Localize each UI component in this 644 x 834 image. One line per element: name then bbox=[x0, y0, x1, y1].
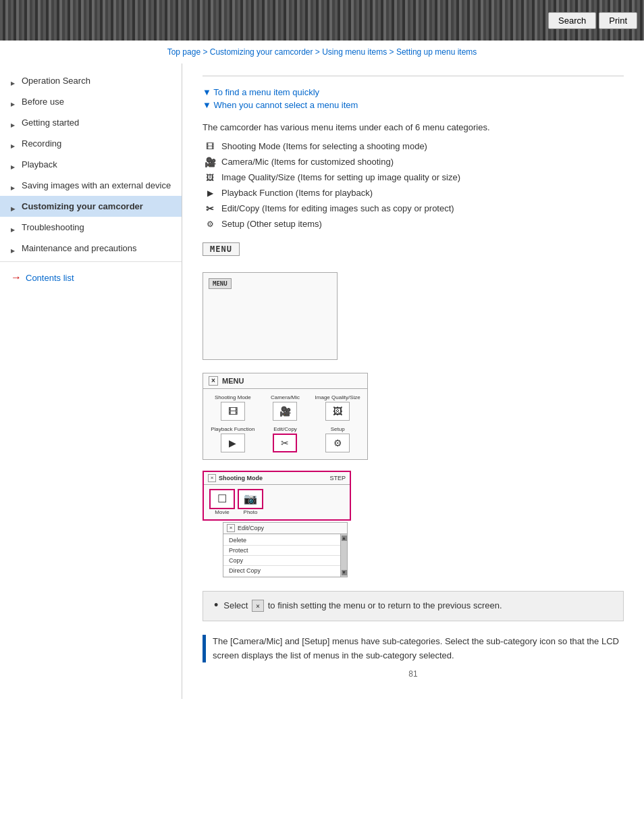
diagram3-close-icon[interactable]: × bbox=[208, 474, 216, 482]
arrow-icon bbox=[11, 140, 18, 147]
menu-item-image-quality: 🖼 Image Quality/Size (Items for setting … bbox=[203, 172, 624, 184]
menu-button-container: MENU bbox=[203, 237, 624, 261]
diagram3-list-item-1: Protect bbox=[223, 546, 340, 556]
diagram3-photo-label: Photo bbox=[244, 509, 258, 515]
diagram2-cell-label-1: Camera/Mic bbox=[271, 394, 300, 400]
playback-icon: ▶ bbox=[203, 187, 217, 199]
diagram2-cell-label-5: Setup bbox=[331, 426, 345, 432]
diagram2-cell-label-0: Shooting Mode bbox=[215, 394, 251, 400]
diagram3-bottom-content: Delete Protect Copy Direct Copy ▲ ▼ bbox=[223, 534, 347, 577]
diagram3-list-item-0: Delete bbox=[223, 536, 340, 546]
diagram3-list-item-3: Direct Copy bbox=[223, 566, 340, 575]
diagram2-cell-label-2: Image Quality/Size bbox=[315, 394, 360, 400]
diagram3-list-item-2: Copy bbox=[223, 556, 340, 566]
sidebar: Operation Search Before use Getting star… bbox=[0, 63, 182, 699]
toc-link-cannot-select[interactable]: When you cannot select a menu item bbox=[203, 100, 624, 110]
diagram3-top-panel: × Shooting Mode STEP ☐ Movie 📷 Photo bbox=[203, 471, 351, 521]
x-button-icon: × bbox=[252, 600, 264, 612]
diagram2-box: × MENU Shooting Mode 🎞 Camera/Mic 🎥 Imag… bbox=[203, 373, 368, 460]
diagram3-container: × Shooting Mode STEP ☐ Movie 📷 Photo bbox=[203, 471, 624, 577]
sidebar-item-getting-started[interactable]: Getting started bbox=[0, 112, 182, 133]
sidebar-label: Saving images with an external device bbox=[22, 180, 171, 190]
diagram2-cell-2: Image Quality/Size 🖼 bbox=[313, 394, 362, 422]
arrow-icon bbox=[11, 77, 18, 84]
diagram3-top-label: Shooting Mode bbox=[219, 475, 263, 481]
sidebar-item-operation-search[interactable]: Operation Search bbox=[0, 70, 182, 91]
menu-item-playback-text: Playback Function (Items for playback) bbox=[221, 188, 373, 198]
diagram3-photo-icon: 📷 bbox=[238, 489, 263, 509]
breadcrumb-setting-up[interactable]: Setting up menu items bbox=[396, 47, 477, 57]
diagram2-icon-5: ⚙ bbox=[325, 434, 350, 452]
sidebar-label: Operation Search bbox=[22, 76, 90, 86]
menu-item-image-text: Image Quality/Size (Items for setting up… bbox=[221, 172, 460, 182]
scroll-up-icon[interactable]: ▲ bbox=[342, 536, 347, 541]
scroll-down-icon[interactable]: ▼ bbox=[342, 570, 347, 575]
top-divider bbox=[203, 76, 624, 76]
sidebar-label: Getting started bbox=[22, 118, 79, 128]
sidebar-divider bbox=[0, 261, 182, 262]
menu-item-editcopy-text: Edit/Copy (Items for editing images such… bbox=[221, 203, 454, 213]
breadcrumb: Top page > Customizing your camcorder > … bbox=[0, 41, 644, 63]
sidebar-label: Playback bbox=[22, 159, 57, 170]
arrow-icon bbox=[11, 182, 18, 188]
sidebar-label: Customizing your camcorder bbox=[22, 201, 143, 211]
print-button[interactable]: Print bbox=[599, 12, 637, 29]
diagram2-cell-3: Playback Function ▶ bbox=[209, 426, 257, 454]
arrow-icon bbox=[11, 161, 18, 167]
toc-link-find[interactable]: To find a menu item quickly bbox=[203, 87, 624, 97]
diagram3-bottom-panel: × Edit/Copy Delete Protect Copy Direct C… bbox=[223, 522, 348, 577]
menu-item-setup: ⚙ Setup (Other setup items) bbox=[203, 218, 624, 230]
contents-list-link[interactable]: Contents list bbox=[0, 265, 182, 290]
menu-item-playback: ▶ Playback Function (Items for playback) bbox=[203, 187, 624, 199]
setup-icon: ⚙ bbox=[203, 218, 217, 230]
sidebar-item-recording[interactable]: Recording bbox=[0, 133, 182, 154]
diagram3-bottom-label: Edit/Copy bbox=[238, 525, 264, 531]
diagram2-cell-label-4: Edit/Copy bbox=[273, 426, 297, 432]
top-bar: Search Print bbox=[0, 0, 644, 41]
diagram2-icon-2: 🖼 bbox=[325, 402, 350, 421]
breadcrumb-top[interactable]: Top page bbox=[167, 47, 200, 57]
menu-item-shooting: 🎞 Shooting Mode (Items for selecting a s… bbox=[203, 140, 624, 153]
arrow-icon bbox=[11, 98, 18, 105]
sidebar-label: Troubleshooting bbox=[22, 222, 84, 232]
diagram2-icon-1: 🎥 bbox=[273, 402, 297, 421]
diagram2-cell-1: Camera/Mic 🎥 bbox=[261, 394, 310, 422]
blue-bar-note: The [Camera/Mic] and [Setup] menus have … bbox=[203, 635, 624, 663]
breadcrumb-customizing[interactable]: Customizing your camcorder bbox=[210, 47, 313, 57]
search-button[interactable]: Search bbox=[548, 12, 596, 29]
diagram3-movie-icon: ☐ bbox=[209, 489, 235, 509]
diagram1-box: MENU bbox=[203, 272, 338, 360]
breadcrumb-using-menu[interactable]: Using menu items bbox=[322, 47, 387, 57]
editcopy-icon: ✂ bbox=[203, 203, 217, 215]
sidebar-label: Maintenance and precautions bbox=[22, 243, 137, 253]
diagram2-cell-5: Setup ⚙ bbox=[313, 426, 362, 454]
menu-item-camera-text: Camera/Mic (Items for customized shootin… bbox=[221, 157, 394, 167]
sidebar-item-before-use[interactable]: Before use bbox=[0, 91, 182, 112]
arrow-icon bbox=[11, 244, 18, 251]
info-box: • Select × to finish setting the menu or… bbox=[203, 591, 624, 621]
diagram2-grid: Shooting Mode 🎞 Camera/Mic 🎥 Image Quali… bbox=[203, 389, 367, 459]
diagram2-cell-4: Edit/Copy ✂ bbox=[261, 426, 310, 454]
diagram3-top-header: × Shooting Mode STEP bbox=[204, 472, 350, 485]
diagram2-cell-0: Shooting Mode 🎞 bbox=[209, 394, 257, 422]
sidebar-item-playback[interactable]: Playback bbox=[0, 154, 182, 175]
diagram1-container: MENU bbox=[203, 272, 624, 362]
diagram3-wrapper: × Shooting Mode STEP ☐ Movie 📷 Photo bbox=[203, 471, 624, 577]
sidebar-label: Recording bbox=[22, 138, 61, 149]
sidebar-item-saving-images[interactable]: Saving images with an external device bbox=[0, 175, 182, 196]
diagram2-close-icon[interactable]: × bbox=[209, 376, 218, 386]
bullet-icon: • bbox=[214, 598, 218, 613]
diagram3-top-step: STEP bbox=[329, 475, 346, 481]
sidebar-item-troubleshooting[interactable]: Troubleshooting bbox=[0, 217, 182, 238]
sidebar-item-maintenance[interactable]: Maintenance and precautions bbox=[0, 238, 182, 259]
scrollbar: ▲ ▼ bbox=[340, 534, 347, 577]
diagram3-bottom-close-icon[interactable]: × bbox=[227, 524, 235, 532]
diagram3-icons-row: ☐ Movie 📷 Photo bbox=[204, 485, 350, 519]
page-number: 81 bbox=[203, 669, 624, 679]
info-box-text: Select × to finish setting the menu or t… bbox=[223, 600, 502, 612]
diagram3-movie-label: Movie bbox=[215, 509, 229, 515]
intro-paragraph: The camcorder has various menu items und… bbox=[203, 121, 624, 135]
camera-mic-icon: 🎥 bbox=[203, 156, 217, 168]
diagram2-header: × MENU bbox=[203, 373, 367, 389]
sidebar-item-customizing[interactable]: Customizing your camcorder bbox=[0, 196, 182, 217]
